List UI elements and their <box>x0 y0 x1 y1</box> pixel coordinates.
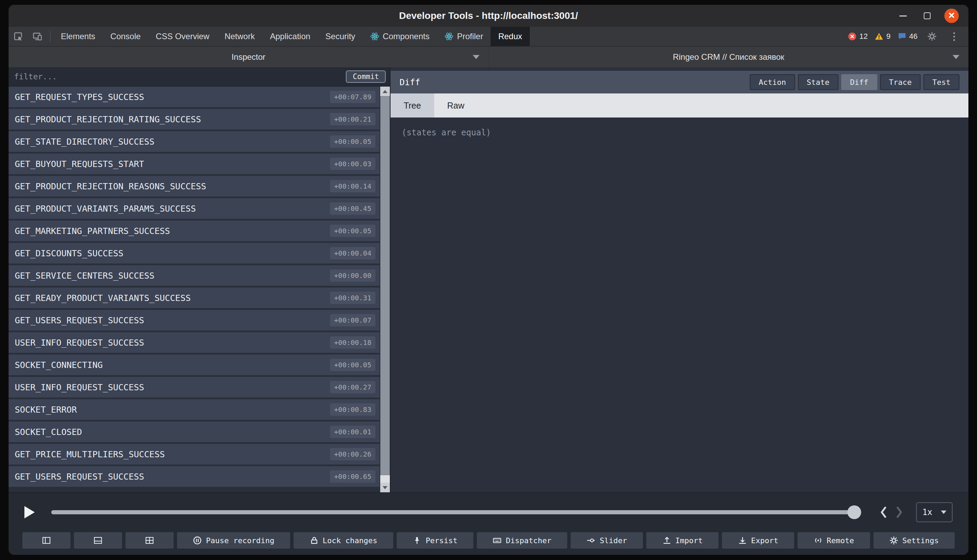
action-type-label: USER_INFO_REQUEST_SUCCESS <box>15 338 144 348</box>
devtools-tab-css-overview[interactable]: CSS Overview <box>148 27 217 46</box>
devtools-menu-button[interactable] <box>944 32 964 41</box>
diff-tab-trace[interactable]: Trace <box>880 74 920 90</box>
dispatcher-button[interactable]: Dispatcher <box>477 532 567 549</box>
action-type-label: GET_READY_PRODUCT_VARIANTS_SUCCESS <box>15 293 191 303</box>
devtools-tab-elements[interactable]: Elements <box>53 27 103 46</box>
window-title: Developer Tools - http://localhost:3001/ <box>399 10 578 21</box>
devtools-tab-profiler[interactable]: Profiler <box>437 27 491 46</box>
action-list-item[interactable]: GET_PRODUCT_VARIANTS_PARAMS_SUCCESS+00:0… <box>8 198 379 219</box>
action-timestamp: +00:00.03 <box>330 158 376 170</box>
layout-button-3[interactable] <box>125 532 174 549</box>
action-list-item[interactable]: USER_INFO_REQUEST_SUCCESS+00:00.27 <box>8 377 379 397</box>
scroll-up-button[interactable] <box>380 87 390 96</box>
action-list-item[interactable]: GET_USERS_REQUEST_SUCCESS+00:00.07 <box>8 310 379 330</box>
pin-icon <box>413 536 421 545</box>
action-timestamp: +00:00.83 <box>330 403 376 416</box>
step-forward-button[interactable] <box>892 504 907 520</box>
filter-input[interactable] <box>14 72 341 81</box>
instance-select[interactable]: Ringeo CRM // Список заявок <box>489 47 969 67</box>
maximize-button[interactable] <box>920 9 934 23</box>
subtab-tree[interactable]: Tree <box>391 93 434 117</box>
devtools-tab-security[interactable]: Security <box>318 27 363 46</box>
bottom-toolbar: Pause recordingLock changesPersistDispat… <box>8 532 969 555</box>
action-type-label: SOCKET_ERROR <box>15 405 77 415</box>
scrollbar-track[interactable] <box>380 475 390 483</box>
subtab-raw[interactable]: Raw <box>434 93 478 117</box>
import-button[interactable]: Import <box>646 532 718 549</box>
keyboard-icon <box>493 536 501 545</box>
minimize-button[interactable] <box>896 9 910 23</box>
action-list-item[interactable]: SOCKET_ERROR+00:00.83 <box>8 399 379 420</box>
kebab-menu-icon <box>953 32 955 41</box>
close-button[interactable]: × <box>944 8 959 23</box>
diff-tab-action[interactable]: Action <box>750 74 795 90</box>
action-timestamp: +00:00.21 <box>330 113 376 125</box>
slider-thumb[interactable] <box>847 505 861 519</box>
device-toolbar-button[interactable] <box>28 27 47 46</box>
layout-button-1[interactable] <box>22 532 70 549</box>
diff-tab-diff[interactable]: Diff <box>841 74 877 90</box>
chevron-right-icon <box>895 507 903 518</box>
scrollbar[interactable] <box>380 87 390 492</box>
pane-layout-bottom-icon <box>94 536 102 545</box>
inspect-cursor-icon <box>13 32 23 41</box>
devtools-tab-label: Security <box>326 32 356 41</box>
action-timestamp: +00:00.01 <box>330 426 376 438</box>
action-list-item[interactable]: GET_STATE_DIRECTORY_SUCCESS+00:00.05 <box>8 131 379 152</box>
layout-button-2[interactable] <box>74 532 122 549</box>
chevron-down-icon <box>473 55 479 59</box>
action-timestamp: +00:00.05 <box>330 225 376 237</box>
devtools-settings-button[interactable] <box>922 32 942 41</box>
play-button[interactable] <box>24 506 43 518</box>
action-list-item[interactable]: GET_USERS_REQUEST_SUCCESS+00:00.65 <box>8 466 379 487</box>
devtools-tab-application[interactable]: Application <box>262 27 317 46</box>
slider-button[interactable]: Slider <box>571 532 643 549</box>
error-count[interactable]: 12 <box>846 32 870 41</box>
playback-slider[interactable] <box>51 510 860 514</box>
action-timestamp: +00:00.65 <box>330 470 376 483</box>
devtools-tab-redux[interactable]: Redux <box>491 27 529 46</box>
action-list-item[interactable]: SOCKET_CONNECTING+00:00.05 <box>8 355 379 375</box>
devtools-tab-network[interactable]: Network <box>217 27 262 46</box>
action-type-label: GET_PRICE_MULTIPLIERS_SUCCESS <box>15 449 165 459</box>
devtools-tab-console[interactable]: Console <box>103 27 148 46</box>
action-list-item[interactable]: GET_PRODUCT_REJECTION_REASONS_SUCCESS+00… <box>8 176 379 197</box>
devtools-window: Developer Tools - http://localhost:3001/… <box>8 5 969 555</box>
export-button[interactable]: Export <box>722 532 794 549</box>
monitor-type-select[interactable]: Inspector <box>8 47 489 67</box>
scroll-down-button[interactable] <box>380 483 390 492</box>
action-list-item[interactable]: GET_MARKETING_PARTNERS_SUCCESS+00:00.05 <box>8 220 379 241</box>
action-list-item[interactable]: GET_READY_PRODUCT_VARIANTS_SUCCESS+00:00… <box>8 288 379 308</box>
warning-count[interactable]: 9 <box>872 32 892 41</box>
action-list-item[interactable]: GET_SERVICE_CENTERS_SUCCESS+00:00.00 <box>8 265 379 286</box>
window-title-bar: Developer Tools - http://localhost:3001/… <box>8 5 969 27</box>
playback-speed-select[interactable]: 1x <box>916 502 953 522</box>
devtools-tab-components[interactable]: Components <box>363 27 437 46</box>
lock-changes-button[interactable]: Lock changes <box>294 532 393 549</box>
action-list-item[interactable]: GET_PRODUCT_REJECTION_RATING_SUCCESS+00:… <box>8 109 379 130</box>
persist-button[interactable]: Persist <box>397 532 473 549</box>
action-list-item[interactable]: GET_PRICE_MULTIPLIERS_SUCCESS+00:00.26 <box>8 444 379 465</box>
action-list-item[interactable]: GET_REQUEST_TYPES_SUCCESS+00:07.89 <box>8 87 379 107</box>
action-list-item[interactable]: SOCKET_CLOSED+00:00.01 <box>8 422 379 442</box>
close-icon: × <box>949 10 955 21</box>
diff-tab-test[interactable]: Test <box>924 74 959 90</box>
action-list-item[interactable]: GET_BUYOUT_REQUESTS_START+00:00.03 <box>8 153 379 174</box>
settings-icon <box>889 536 898 545</box>
inspect-element-button[interactable] <box>8 27 28 46</box>
settings-button[interactable]: Settings <box>873 532 955 549</box>
diff-tab-group: ActionStateDiffTraceTest <box>750 74 959 90</box>
pane-layout-left-icon <box>42 536 51 545</box>
action-type-label: GET_BUYOUT_REQUESTS_START <box>15 159 144 169</box>
action-list-item[interactable]: USER_INFO_REQUEST_SUCCESS+00:00.18 <box>8 332 379 353</box>
step-back-button[interactable] <box>875 504 892 520</box>
diff-tab-state[interactable]: State <box>798 74 838 90</box>
commit-button[interactable]: Commit <box>346 70 386 83</box>
action-list-item[interactable]: GET_DISCOUNTS_SUCCESS+00:00.04 <box>8 243 379 263</box>
chevron-left-icon <box>880 507 887 518</box>
message-count[interactable]: 46 <box>895 32 920 41</box>
remote-button[interactable]: Remote <box>798 532 870 549</box>
scrollbar-thumb[interactable] <box>380 96 390 475</box>
devtools-tab-label: CSS Overview <box>156 32 209 41</box>
pause-recording-button[interactable]: Pause recording <box>177 532 290 549</box>
